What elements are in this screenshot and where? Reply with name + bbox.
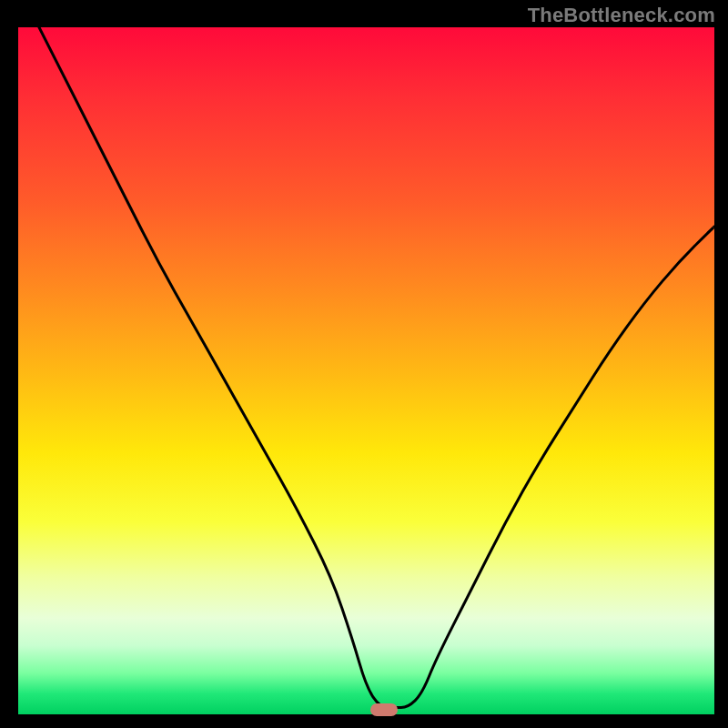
chart-frame: TheBottleneck.com	[0, 0, 728, 728]
bottleneck-curve	[18, 27, 714, 714]
optimal-marker	[370, 703, 398, 716]
attribution-text: TheBottleneck.com	[528, 4, 715, 27]
plot-area	[18, 27, 714, 714]
